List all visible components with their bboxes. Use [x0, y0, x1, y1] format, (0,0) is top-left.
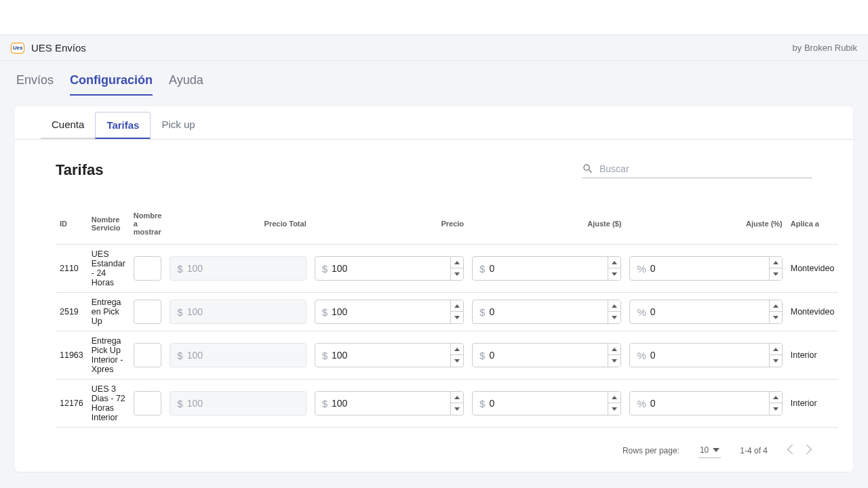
precio-field[interactable]: $: [315, 343, 464, 367]
ajuste-d-step-down[interactable]: [608, 268, 620, 280]
ajuste-d-step-down[interactable]: [608, 355, 620, 367]
cell-aplica: Montevideo: [787, 293, 839, 331]
ajuste-p-step-down[interactable]: [770, 268, 782, 280]
ajuste-pct-input[interactable]: [650, 392, 769, 415]
subtab-cuenta[interactable]: Cuenta: [41, 112, 95, 139]
ajuste-p-step-up[interactable]: [770, 257, 782, 268]
cell-nombre: Entrega Pick Up Interior - Xpres: [87, 331, 130, 380]
precio-step-up[interactable]: [451, 257, 463, 268]
dollar-icon: $: [170, 350, 186, 361]
ajuste-dollar-field[interactable]: $: [472, 391, 621, 415]
table-row: 2110UES Estandar - 24 Horas$$$%Montevide…: [56, 245, 838, 293]
ajuste-pct-input[interactable]: [650, 344, 769, 367]
ajuste-p-step-up[interactable]: [770, 300, 782, 312]
ajuste-p-step-down[interactable]: [770, 355, 782, 367]
percent-icon: %: [630, 350, 650, 361]
nombre-mostrar-input[interactable]: [134, 391, 162, 415]
dollar-icon: $: [473, 398, 489, 409]
dollar-icon: $: [315, 350, 332, 361]
header-bar: Ues UES Envíos by Broken Rubik: [0, 35, 868, 61]
cell-id: 12176: [56, 380, 87, 428]
rows-per-page-select[interactable]: 10: [698, 443, 721, 458]
dollar-icon: $: [315, 306, 332, 318]
cell-aplica: Montevideo: [787, 245, 839, 293]
ajuste-d-step-up[interactable]: [608, 257, 620, 268]
precio-field[interactable]: $: [315, 300, 464, 324]
precio-input[interactable]: [332, 300, 450, 323]
th-precio-total: Precio Total: [165, 206, 310, 245]
ajuste-d-step-up[interactable]: [608, 300, 620, 312]
precio-step-down[interactable]: [451, 355, 463, 367]
precio-step-down[interactable]: [451, 312, 463, 323]
search-input[interactable]: [599, 163, 812, 174]
ajuste-d-step-up[interactable]: [608, 344, 620, 355]
precio-step-up[interactable]: [451, 300, 463, 312]
table-row: 11963Entrega Pick Up Interior - Xpres$$$…: [56, 331, 838, 380]
rows-per-page-label: Rows per page:: [623, 446, 679, 455]
nombre-mostrar-input[interactable]: [134, 300, 162, 324]
ajuste-dollar-field[interactable]: $: [472, 300, 621, 324]
percent-icon: %: [630, 306, 650, 318]
tab-ayuda[interactable]: Ayuda: [169, 69, 203, 96]
sub-tabs: Cuenta Tarifas Pick up: [15, 106, 853, 140]
cell-id: 11963: [56, 331, 87, 380]
ajuste-d-step-down[interactable]: [608, 403, 620, 415]
nombre-mostrar-input[interactable]: [134, 256, 162, 281]
rows-per-page-value: 10: [700, 445, 709, 455]
tab-envios[interactable]: Envíos: [16, 69, 54, 96]
precio-total-input: [187, 344, 306, 367]
th-aplica-a: Aplica a: [787, 206, 839, 245]
pagination: Rows per page: 10 1-4 of 4: [15, 436, 853, 458]
ajuste-pct-field[interactable]: %: [629, 300, 782, 324]
ajuste-p-step-down[interactable]: [770, 403, 782, 415]
prev-page-button[interactable]: [787, 445, 793, 456]
ajuste-dollar-input[interactable]: [489, 257, 608, 280]
ajuste-pct-input[interactable]: [650, 300, 769, 323]
precio-step-up[interactable]: [451, 344, 463, 355]
precio-total-field: $: [170, 391, 306, 415]
tab-configuracion[interactable]: Configuración: [70, 69, 153, 96]
ajuste-pct-field[interactable]: %: [629, 256, 782, 281]
subtab-pickup[interactable]: Pick up: [151, 112, 205, 139]
nombre-mostrar-input[interactable]: [134, 343, 162, 367]
search-wrap[interactable]: [582, 163, 812, 178]
precio-step-down[interactable]: [451, 403, 463, 415]
precio-field[interactable]: $: [315, 256, 464, 281]
ajuste-p-step-up[interactable]: [770, 344, 782, 355]
ajuste-dollar-input[interactable]: [489, 344, 608, 367]
ajuste-dollar-field[interactable]: $: [472, 256, 621, 281]
ajuste-pct-field[interactable]: %: [629, 391, 782, 415]
dollar-icon: $: [315, 263, 332, 274]
cell-id: 2110: [56, 245, 87, 293]
precio-field[interactable]: $: [315, 391, 464, 415]
precio-step-up[interactable]: [451, 392, 463, 403]
dollar-icon: $: [315, 398, 332, 409]
precio-input[interactable]: [332, 392, 450, 415]
precio-input[interactable]: [332, 257, 450, 280]
ajuste-p-step-down[interactable]: [770, 312, 782, 323]
ajuste-p-step-up[interactable]: [770, 392, 782, 403]
app-logo: Ues: [11, 43, 24, 54]
dollar-icon: $: [170, 306, 186, 318]
dollar-icon: $: [473, 350, 489, 361]
precio-total-field: $: [170, 343, 306, 367]
dollar-icon: $: [473, 263, 489, 274]
ajuste-dollar-input[interactable]: [489, 392, 608, 415]
ajuste-d-step-down[interactable]: [608, 312, 620, 323]
ajuste-d-step-up[interactable]: [608, 392, 620, 403]
ajuste-dollar-input[interactable]: [489, 300, 608, 323]
search-icon: [582, 163, 594, 175]
precio-input[interactable]: [332, 344, 450, 367]
precio-total-input: [187, 392, 306, 415]
precio-step-down[interactable]: [451, 268, 463, 280]
ajuste-pct-field[interactable]: %: [629, 343, 782, 367]
precio-total-field: $: [170, 300, 306, 324]
chevron-right-icon: [806, 445, 812, 454]
table-row: 2519Entrega en Pick Up$$$%Montevideo: [56, 293, 838, 331]
ajuste-pct-input[interactable]: [650, 257, 769, 280]
ajuste-dollar-field[interactable]: $: [472, 343, 621, 367]
subtab-tarifas[interactable]: Tarifas: [95, 112, 151, 139]
th-precio: Precio: [311, 206, 468, 245]
next-page-button[interactable]: [806, 445, 812, 456]
dollar-icon: $: [473, 306, 489, 318]
